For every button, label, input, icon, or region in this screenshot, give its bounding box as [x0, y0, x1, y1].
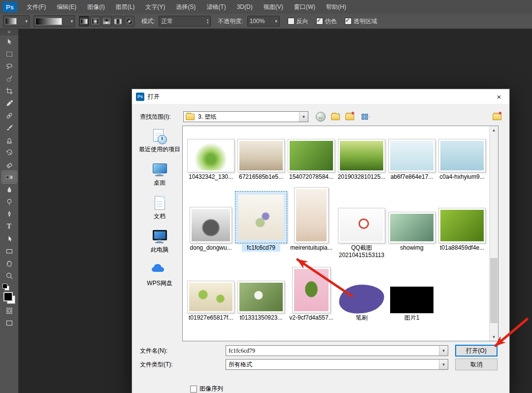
image-sequence-row[interactable]: 图像序列: [190, 385, 223, 393]
eyedropper-tool[interactable]: [2, 97, 17, 109]
file-item[interactable]: c0a4-hxhyium9...: [437, 133, 487, 184]
linear-gradient-button[interactable]: [79, 16, 89, 27]
menu-filter[interactable]: 滤镜(T): [201, 0, 231, 14]
diamond-gradient-button[interactable]: [124, 16, 134, 27]
file-item[interactable]: v2-9cf7d4a557...: [286, 274, 336, 325]
place-this-pc[interactable]: 此电脑: [137, 229, 182, 253]
dither-checkbox[interactable]: [316, 18, 323, 25]
menu-edit[interactable]: 编辑(E): [51, 0, 82, 14]
file-item[interactable]: 67216585b1e5...: [236, 133, 286, 184]
new-folder-button[interactable]: ✱: [343, 111, 355, 122]
clone-stamp-tool[interactable]: [2, 134, 17, 146]
hand-tool[interactable]: [2, 257, 17, 269]
open-button[interactable]: 打开(O): [455, 345, 498, 357]
crop-tool[interactable]: [2, 85, 17, 97]
menu-file[interactable]: 文件(F): [21, 0, 51, 14]
brush-tool[interactable]: [2, 122, 17, 134]
close-icon[interactable]: ×: [489, 89, 509, 104]
move-tool[interactable]: [2, 35, 17, 48]
zoom-tool[interactable]: [2, 269, 17, 282]
reverse-checkbox-row[interactable]: 反向: [288, 17, 308, 26]
chevron-down-icon[interactable]: ▾: [439, 360, 448, 369]
history-brush-tool[interactable]: [2, 146, 17, 159]
back-button[interactable]: ←: [315, 111, 327, 122]
foreground-color-swatch[interactable]: [3, 292, 13, 301]
reverse-checkbox[interactable]: [288, 18, 295, 25]
menu-type[interactable]: 文字(Y): [140, 0, 170, 14]
create-new-folder-button[interactable]: ✱: [491, 111, 502, 122]
gradient-picker[interactable]: ▾: [33, 15, 75, 27]
file-name: dong_dongwu...: [186, 244, 236, 252]
file-item[interactable]: QQ截图 20210415153113: [336, 187, 387, 256]
file-item[interactable]: dong_dongwu...: [186, 187, 236, 256]
file-item[interactable]: t01a88459df4e...: [437, 187, 487, 256]
file-item[interactable]: 154072078584...: [286, 133, 336, 184]
scroll-down-icon[interactable]: ▼: [490, 333, 498, 341]
file-list-scrollbar[interactable]: ▲ ▼: [489, 126, 498, 341]
place-wps-cloud[interactable]: WPS网盘: [137, 262, 182, 287]
view-menu-button[interactable]: ▾: [358, 111, 374, 122]
file-item[interactable]: meirentuitupia...: [286, 187, 336, 256]
rectangular-marquee-tool[interactable]: [2, 48, 17, 60]
quick-selection-tool[interactable]: [2, 72, 17, 85]
menu-view[interactable]: 视图(V): [258, 0, 289, 14]
opacity-select[interactable]: 100% ▾: [247, 16, 280, 27]
menu-help[interactable]: 帮助(H): [321, 0, 352, 14]
file-item[interactable]: ab6f7e864e17...: [387, 133, 437, 184]
menu-select[interactable]: 选择(S): [170, 0, 201, 14]
file-item[interactable]: 2019032810125...: [336, 133, 387, 184]
documents-icon: [151, 196, 168, 211]
place-desktop[interactable]: 桌面: [137, 162, 182, 186]
file-list[interactable]: 10432342_130... 67216585b1e5... 15407207…: [182, 126, 499, 341]
blur-tool[interactable]: [2, 183, 17, 196]
file-name: meirentuitupia...: [286, 244, 336, 252]
spot-healing-brush-tool[interactable]: [2, 109, 17, 122]
lasso-tool[interactable]: [2, 60, 17, 72]
dialog-title-bar[interactable]: Ps 打开 ×: [132, 89, 509, 104]
place-recent[interactable]: 最近使用的项目: [137, 129, 182, 153]
gradient-tool[interactable]: [2, 171, 17, 183]
menu-3d[interactable]: 3D(D): [232, 0, 258, 14]
menu-image[interactable]: 图像(I): [82, 0, 110, 14]
path-selection-tool[interactable]: [2, 232, 17, 245]
file-item[interactable]: t01331350923...: [236, 274, 286, 325]
reflected-gradient-button[interactable]: [113, 16, 123, 27]
file-item[interactable]: 图片1: [387, 274, 437, 325]
place-documents[interactable]: 文档: [137, 196, 182, 220]
dodge-tool[interactable]: [2, 196, 17, 208]
up-one-level-button[interactable]: ↑: [329, 111, 341, 122]
screen-mode-button[interactable]: [2, 317, 17, 329]
pen-tool[interactable]: [2, 208, 17, 220]
file-item[interactable]: 10432342_130...: [186, 133, 236, 184]
dither-checkbox-row[interactable]: 仿色: [316, 17, 337, 26]
tool-preset-picker[interactable]: ▾: [3, 15, 30, 27]
transparency-checkbox[interactable]: [345, 18, 352, 25]
cancel-button[interactable]: 取消: [455, 359, 498, 370]
angle-gradient-button[interactable]: [101, 16, 112, 27]
eraser-tool[interactable]: [2, 159, 17, 171]
quick-mask-button[interactable]: [2, 304, 17, 317]
chevron-down-icon[interactable]: ▾: [299, 112, 308, 122]
file-type-select[interactable]: 所有格式 ▾: [226, 359, 448, 370]
file-item-selected[interactable]: fc1fc6cd79: [236, 187, 286, 256]
rectangle-shape-tool[interactable]: [2, 245, 17, 257]
foreground-background-color-swatch[interactable]: [3, 292, 16, 304]
default-colors-icon[interactable]: [2, 284, 9, 291]
image-sequence-checkbox[interactable]: [190, 386, 197, 393]
scroll-up-icon[interactable]: ▲: [490, 126, 498, 134]
blend-mode-select[interactable]: 正常 ▴▾: [159, 16, 211, 27]
menu-window[interactable]: 窗口(W): [289, 0, 321, 14]
radial-gradient-button[interactable]: [90, 16, 100, 27]
chevron-down-icon[interactable]: ▾: [439, 346, 448, 356]
look-in-select[interactable]: 3. 壁纸 ▾: [183, 111, 308, 122]
file-name-combo[interactable]: fc1fc6cd79 ▾: [226, 345, 448, 356]
collapse-panel-icon[interactable]: »: [0, 29, 18, 35]
file-item[interactable]: t01927e65817f...: [186, 274, 236, 325]
menu-layer[interactable]: 图层(L): [110, 0, 140, 14]
file-item[interactable]: 笔刷: [336, 274, 387, 325]
scrollbar-thumb[interactable]: [490, 258, 498, 323]
transparency-checkbox-row[interactable]: 透明区域: [345, 17, 377, 26]
file-name-value[interactable]: fc1fc6cd79: [226, 347, 439, 355]
type-tool[interactable]: T: [2, 220, 17, 232]
file-item[interactable]: showimg: [387, 187, 437, 256]
